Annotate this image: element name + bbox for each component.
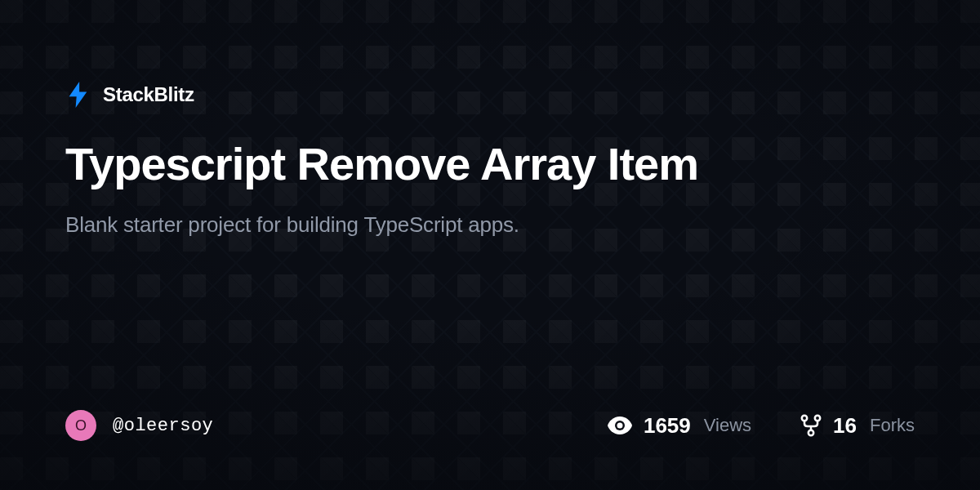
brand-row: StackBlitz [65,82,915,108]
forks-stat: 16 Forks [800,413,915,439]
content-area: StackBlitz Typescript Remove Array Item … [0,0,980,490]
brand-name: StackBlitz [103,83,194,106]
author-block: O @oleersoy [65,410,213,441]
svg-point-1 [617,423,622,429]
views-label: Views [704,415,751,436]
author-username: @oleersoy [113,416,213,436]
views-stat: 1659 Views [608,413,751,439]
fork-icon [800,414,822,437]
forks-count: 16 [833,413,857,439]
svg-point-4 [808,430,813,435]
views-count: 1659 [644,413,691,439]
project-description: Blank starter project for building TypeS… [65,212,915,238]
avatar: O [65,410,96,441]
eye-icon [608,416,632,434]
svg-point-2 [802,416,807,421]
svg-point-3 [815,416,820,421]
forks-label: Forks [870,415,915,436]
stats-row: 1659 Views 16 Forks [608,413,915,439]
lightning-bolt-icon [65,82,91,108]
footer-row: O @oleersoy 1659 Views [65,410,915,441]
project-title: Typescript Remove Array Item [65,139,915,189]
